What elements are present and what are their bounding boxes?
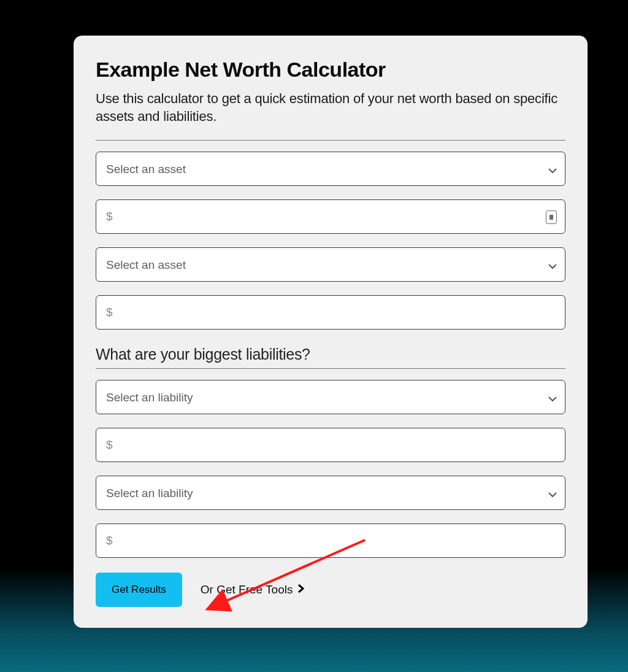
liability-amount-1[interactable] xyxy=(96,428,565,462)
liability-select-2[interactable]: Select an liability xyxy=(96,476,565,510)
card-subtitle: Use this calculator to get a quick estim… xyxy=(96,90,565,125)
contact-card-icon xyxy=(546,210,557,224)
liability-select-1[interactable]: Select an liability xyxy=(96,380,565,414)
free-tools-link-label: Or Get Free Tools xyxy=(201,583,293,597)
get-results-button[interactable]: Get Results xyxy=(96,573,182,607)
asset-select-1-wrap: Select an asset xyxy=(96,152,565,199)
button-row: Get Results Or Get Free Tools xyxy=(96,573,565,607)
liability-select-2-wrap: Select an liability xyxy=(96,476,565,523)
asset-select-2[interactable]: Select an asset xyxy=(96,247,565,282)
liability-amount-2[interactable] xyxy=(96,523,565,558)
free-tools-link[interactable]: Or Get Free Tools xyxy=(201,583,305,597)
calculator-card: Example Net Worth Calculator Use this ca… xyxy=(74,36,588,628)
liabilities-heading: What are your biggest liabilities? xyxy=(96,346,565,363)
asset-amount-1-wrap xyxy=(96,199,565,247)
liability-select-1-wrap: Select an liability xyxy=(96,380,565,428)
card-title: Example Net Worth Calculator xyxy=(96,58,565,82)
assets-divider xyxy=(96,140,565,141)
asset-amount-1[interactable] xyxy=(96,199,565,234)
liabilities-divider xyxy=(96,368,565,369)
asset-select-1[interactable]: Select an asset xyxy=(96,152,565,186)
chevron-right-icon xyxy=(297,583,305,597)
asset-select-2-wrap: Select an asset xyxy=(96,247,565,295)
asset-amount-2[interactable] xyxy=(96,295,565,330)
